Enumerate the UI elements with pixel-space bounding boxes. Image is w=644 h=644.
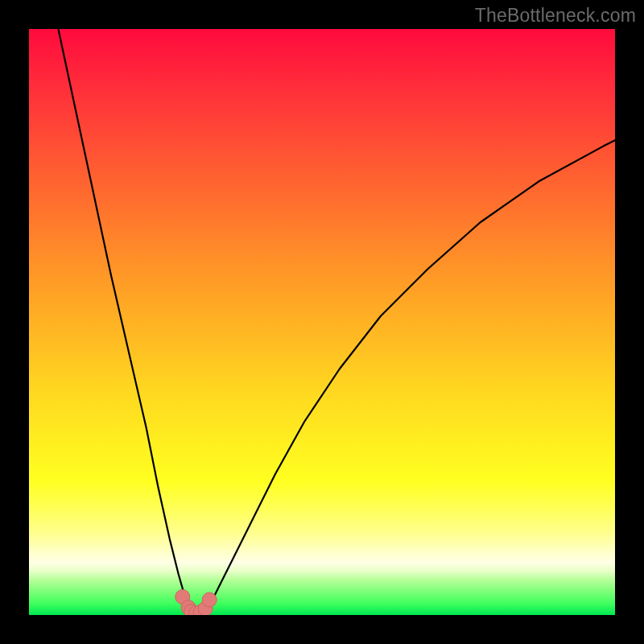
curve-left <box>58 29 192 610</box>
chart-svg <box>29 29 615 615</box>
chart-plot-area <box>29 29 615 615</box>
trough-marker <box>202 592 217 607</box>
curve-right <box>206 140 615 610</box>
trough-dots <box>175 589 217 615</box>
chart-frame: TheBottleneck.com <box>0 0 644 644</box>
watermark-text: TheBottleneck.com <box>475 5 636 27</box>
